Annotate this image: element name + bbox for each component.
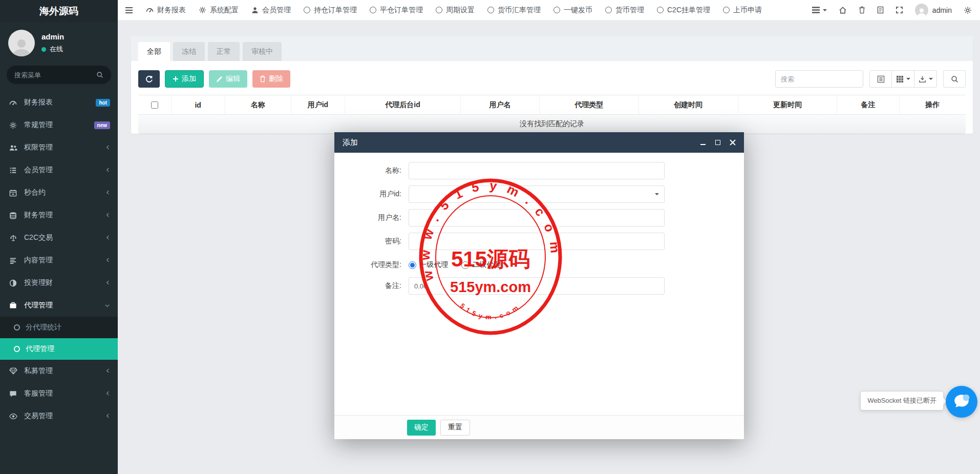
user-icon — [251, 7, 259, 14]
nav-item-currency-manage[interactable]: 货币管理 — [605, 6, 644, 15]
column-header-remark[interactable]: 备注 — [837, 95, 899, 114]
sidebar-item-finance-report[interactable]: 财务报表 hot — [0, 91, 118, 114]
export-icon[interactable] — [914, 70, 937, 88]
sidebar-subitem-agent-manage[interactable]: 代理管理 — [0, 338, 118, 360]
radio-level1-input[interactable] — [409, 261, 416, 269]
nav-item-label: 货币管理 — [615, 6, 644, 15]
column-header-created-at[interactable]: 创建时间 — [639, 95, 738, 114]
column-header-id[interactable]: id — [172, 95, 225, 114]
users-icon — [9, 144, 22, 152]
dashboard-icon — [146, 6, 154, 14]
dialog-footer: 确定 重置 — [334, 415, 744, 439]
dialog-titlebar[interactable]: 添加 — [334, 132, 744, 153]
nav-item-one-key-issue[interactable]: 一键发币 — [553, 6, 592, 15]
column-header-name[interactable]: 名称 — [225, 95, 291, 114]
column-header-agent-type[interactable]: 代理类型 — [540, 95, 639, 114]
sidebar-item-c2c-trade[interactable]: C2C交易 — [0, 226, 118, 249]
sidebar-item-content-manage[interactable]: 内容管理 — [0, 249, 118, 272]
search-icon[interactable] — [96, 71, 103, 78]
tab-frozen[interactable]: 冻结 — [173, 42, 205, 61]
edit-button[interactable]: 编辑 — [209, 70, 247, 88]
agents-table: id 名称 用户id 代理后台id 用户名 代理类型 创建时间 更新时间 备注 … — [138, 95, 966, 134]
nav-item-c2c-orders[interactable]: C2C挂单管理 — [657, 6, 710, 15]
detail-view-icon[interactable] — [869, 70, 892, 88]
sidebar-search-input[interactable] — [14, 71, 96, 79]
clear-cache-icon[interactable] — [877, 6, 884, 14]
hot-badge: hot — [96, 99, 110, 107]
form-row-userid: 用户id: — [334, 186, 744, 203]
app-root: 海外源码 admin 在线 财务报表 hot 常规管理 — [0, 0, 980, 474]
table-search-input[interactable] — [775, 70, 863, 88]
tab-all[interactable]: 全部 — [138, 42, 170, 61]
column-header-username[interactable]: 用户名 — [461, 95, 540, 114]
table-controls — [775, 70, 966, 88]
panel-body: 添加 编辑 删除 — [131, 61, 973, 134]
navbar-user-menu[interactable]: admin — [915, 4, 952, 17]
form-row-remark: 备注: — [334, 277, 744, 295]
name-field[interactable] — [409, 162, 665, 179]
radio-level2-agent[interactable]: 二级代理 — [461, 260, 501, 270]
close-icon[interactable] — [730, 139, 736, 146]
tab-reviewing[interactable]: 审核中 — [243, 42, 282, 61]
nav-item-label: 平仓订单管理 — [380, 6, 423, 15]
tab-normal[interactable]: 正常 — [208, 42, 240, 61]
sidebar-item-label: 秒合约 — [24, 188, 105, 197]
hamburger-icon[interactable] — [125, 7, 133, 14]
reset-button[interactable]: 重置 — [440, 420, 470, 436]
maximize-icon[interactable] — [715, 139, 721, 146]
nav-item-closed-orders[interactable]: 平仓订单管理 — [370, 6, 423, 15]
nav-item-period-settings[interactable]: 周期设置 — [436, 6, 475, 15]
menu-dropdown-icon[interactable] — [812, 7, 827, 13]
minimize-icon[interactable] — [700, 139, 706, 146]
username-field[interactable] — [409, 209, 665, 226]
sidebar-item-second-contract[interactable]: 秒合约 — [0, 181, 118, 204]
confirm-button[interactable]: 确定 — [407, 420, 436, 436]
refresh-button[interactable] — [138, 70, 160, 88]
settings-gears-icon[interactable] — [964, 6, 972, 14]
remark-field[interactable] — [409, 277, 665, 295]
form-row-username: 用户名: — [334, 209, 744, 226]
chat-button[interactable] — [946, 386, 977, 418]
add-button[interactable]: 添加 — [165, 70, 204, 88]
column-header-userid[interactable]: 用户id — [291, 95, 345, 114]
avatar — [8, 30, 35, 56]
search-button[interactable] — [943, 70, 966, 88]
view-button-group — [869, 70, 937, 88]
radio-level2-input[interactable] — [461, 261, 469, 269]
sidebar-item-permission-manage[interactable]: 权限管理 — [0, 136, 118, 159]
userid-select[interactable] — [409, 186, 665, 203]
nav-item-member-manage[interactable]: 会员管理 — [251, 6, 291, 15]
column-header-updated-at[interactable]: 更新时间 — [738, 95, 838, 114]
chevron-left-icon — [105, 166, 110, 174]
user-name: admin — [41, 32, 64, 41]
sidebar-item-customer-service[interactable]: 客服管理 — [0, 382, 118, 405]
nav-item-system-config[interactable]: 系统配置 — [199, 6, 239, 15]
nav-item-finance-report[interactable]: 财务报表 — [146, 6, 186, 15]
sidebar-item-label: 常规管理 — [24, 120, 94, 130]
nav-item-listing-apply[interactable]: 上币申请 — [723, 6, 762, 15]
sidebar-item-finance-manage[interactable]: 财务管理 — [0, 204, 118, 226]
sidebar-subitem-agent-stats[interactable]: 分代理统计 — [0, 317, 118, 338]
home-icon[interactable] — [839, 6, 847, 14]
caret-down-icon — [906, 78, 910, 82]
dialog-window-controls — [700, 139, 736, 146]
tab-bar: 全部 冻结 正常 审核中 — [131, 36, 973, 61]
sidebar-item-trade-manage[interactable]: 交易管理 — [0, 405, 118, 427]
sidebar-subitem-label: 分代理统计 — [26, 323, 61, 332]
sidebar-item-investment[interactable]: 投资理财 — [0, 272, 118, 294]
nav-item-currency-rate[interactable]: 货币汇率管理 — [487, 6, 541, 15]
columns-toggle-icon[interactable] — [892, 70, 914, 88]
sidebar-item-general-manage[interactable]: 常规管理 new — [0, 114, 118, 136]
radio-level1-agent[interactable]: 一级代理 — [409, 260, 448, 270]
trash-icon[interactable] — [859, 6, 865, 14]
password-field[interactable] — [409, 233, 665, 250]
sidebar-item-member-manage[interactable]: 会员管理 — [0, 159, 118, 181]
sidebar-item-agent-manage[interactable]: 代理管理 — [0, 294, 118, 317]
sidebar-item-private-fund[interactable]: 私募管理 — [0, 360, 118, 382]
delete-button[interactable]: 删除 — [252, 70, 290, 88]
nav-item-position-orders[interactable]: 持仓订单管理 — [304, 6, 357, 15]
column-header-actions[interactable]: 操作 — [900, 95, 966, 114]
fullscreen-icon[interactable] — [896, 6, 903, 14]
select-all-checkbox[interactable] — [151, 101, 158, 109]
column-header-agent-backend-id[interactable]: 代理后台id — [345, 95, 461, 114]
